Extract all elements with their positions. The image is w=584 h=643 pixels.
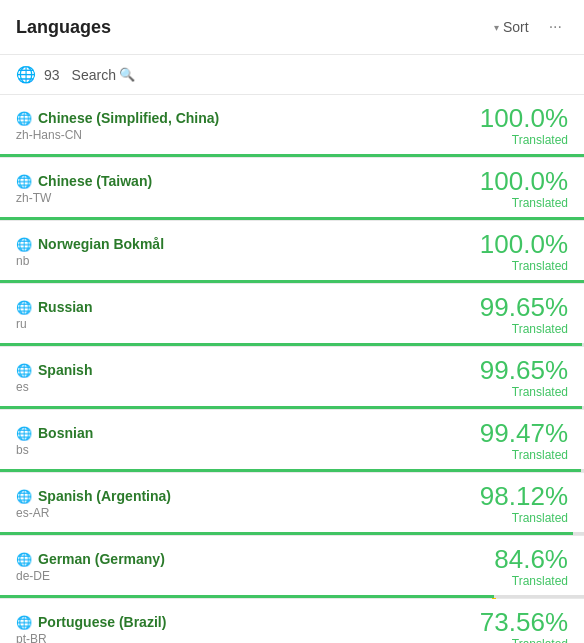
progress-bar-fill xyxy=(0,154,584,157)
language-item[interactable]: 🌐 Spanish (Argentina) es-AR 98.12% Trans… xyxy=(0,473,584,536)
lang-name: 🌐 German (Germany) xyxy=(16,551,165,567)
search-icon: 🔍 xyxy=(119,67,135,82)
more-button[interactable]: ··· xyxy=(543,14,568,40)
lang-globe-icon: 🌐 xyxy=(16,552,32,567)
language-item[interactable]: 🌐 Chinese (Taiwan) zh-TW 100.0% Translat… xyxy=(0,158,584,221)
lang-info: 🌐 Portuguese (Brazil) pt-BR xyxy=(16,614,166,643)
progress-bar-fill xyxy=(0,217,584,220)
search-bar: 🌐 93 Search 🔍 xyxy=(0,55,584,95)
progress-bar-container xyxy=(0,154,584,157)
lang-status: Translated xyxy=(512,385,568,399)
lang-globe-icon: 🌐 xyxy=(16,111,32,126)
lang-status: Translated xyxy=(512,574,568,588)
lang-globe-icon: 🌐 xyxy=(16,174,32,189)
lang-code: de-DE xyxy=(16,569,165,583)
lang-name: 🌐 Portuguese (Brazil) xyxy=(16,614,166,630)
lang-status: Translated xyxy=(512,196,568,210)
lang-stats: 99.65% Translated xyxy=(480,294,568,336)
lang-stats: 73.56% Translated xyxy=(480,609,568,643)
page-header: Languages ▾ Sort ··· xyxy=(0,0,584,55)
lang-code: es xyxy=(16,380,92,394)
lang-info: 🌐 Spanish es xyxy=(16,362,92,394)
progress-bar-container xyxy=(0,469,584,472)
lang-name: 🌐 Russian xyxy=(16,299,92,315)
lang-status: Translated xyxy=(512,259,568,273)
lang-name: 🌐 Spanish xyxy=(16,362,92,378)
language-item[interactable]: 🌐 Spanish es 99.65% Translated xyxy=(0,347,584,410)
lang-info: 🌐 Spanish (Argentina) es-AR xyxy=(16,488,171,520)
lang-globe-icon: 🌐 xyxy=(16,426,32,441)
lang-stats: 100.0% Translated xyxy=(480,168,568,210)
lang-status: Translated xyxy=(512,133,568,147)
lang-info: 🌐 Russian ru xyxy=(16,299,92,331)
lang-code: zh-TW xyxy=(16,191,152,205)
language-item[interactable]: 🌐 Chinese (Simplified, China) zh-Hans-CN… xyxy=(0,95,584,158)
lang-stats: 84.6% Translated xyxy=(494,546,568,588)
progress-bar-fill xyxy=(0,532,573,535)
lang-percent: 99.65% xyxy=(480,357,568,383)
language-item[interactable]: 🌐 Portuguese (Brazil) pt-BR 73.56% Trans… xyxy=(0,599,584,643)
lang-globe-icon: 🌐 xyxy=(16,237,32,252)
lang-name: 🌐 Chinese (Taiwan) xyxy=(16,173,152,189)
lang-name-text: Bosnian xyxy=(38,425,93,441)
lang-percent: 99.65% xyxy=(480,294,568,320)
progress-bar-container xyxy=(0,406,584,409)
lang-name: 🌐 Bosnian xyxy=(16,425,93,441)
lang-code: es-AR xyxy=(16,506,171,520)
language-item[interactable]: 🌐 Russian ru 99.65% Translated xyxy=(0,284,584,347)
lang-code: nb xyxy=(16,254,164,268)
progress-bar-fill xyxy=(0,343,582,346)
lang-info: 🌐 German (Germany) de-DE xyxy=(16,551,165,583)
lang-name-text: Norwegian Bokmål xyxy=(38,236,164,252)
lang-name-text: Chinese (Taiwan) xyxy=(38,173,152,189)
lang-status: Translated xyxy=(512,448,568,462)
lang-stats: 100.0% Translated xyxy=(480,231,568,273)
language-item[interactable]: 🌐 Bosnian bs 99.47% Translated xyxy=(0,410,584,473)
sort-button[interactable]: ▾ Sort xyxy=(488,15,535,39)
lang-percent: 73.56% xyxy=(480,609,568,635)
lang-info: 🌐 Chinese (Taiwan) zh-TW xyxy=(16,173,152,205)
chevron-icon: ▾ xyxy=(494,22,499,33)
lang-code: bs xyxy=(16,443,93,457)
lang-name-text: Spanish (Argentina) xyxy=(38,488,171,504)
progress-bar-container xyxy=(0,280,584,283)
progress-bar-fill xyxy=(0,469,581,472)
lang-globe-icon: 🌐 xyxy=(16,615,32,630)
lang-globe-icon: 🌐 xyxy=(16,363,32,378)
lang-stats: 98.12% Translated xyxy=(480,483,568,525)
lang-stats: 100.0% Translated xyxy=(480,105,568,147)
progress-bar-fill xyxy=(0,280,584,283)
lang-stats: 99.47% Translated xyxy=(480,420,568,462)
lang-status: Translated xyxy=(512,322,568,336)
language-item[interactable]: 🌐 German (Germany) de-DE 84.6% Translate… xyxy=(0,536,584,599)
lang-percent: 98.12% xyxy=(480,483,568,509)
lang-name-text: Portuguese (Brazil) xyxy=(38,614,166,630)
lang-code: ru xyxy=(16,317,92,331)
lang-name: 🌐 Norwegian Bokmål xyxy=(16,236,164,252)
search-label: Search xyxy=(72,67,116,83)
lang-globe-icon: 🌐 xyxy=(16,489,32,504)
lang-name-text: Chinese (Simplified, China) xyxy=(38,110,219,126)
lang-code: pt-BR xyxy=(16,632,166,643)
lang-stats: 99.65% Translated xyxy=(480,357,568,399)
lang-percent: 100.0% xyxy=(480,168,568,194)
lang-info: 🌐 Norwegian Bokmål nb xyxy=(16,236,164,268)
language-list: 🌐 Chinese (Simplified, China) zh-Hans-CN… xyxy=(0,95,584,643)
lang-percent: 84.6% xyxy=(494,546,568,572)
sort-label: Sort xyxy=(503,19,529,35)
lang-percent: 100.0% xyxy=(480,105,568,131)
lang-globe-icon: 🌐 xyxy=(16,300,32,315)
progress-bar-fill xyxy=(0,595,494,598)
lang-name: 🌐 Spanish (Argentina) xyxy=(16,488,171,504)
lang-name: 🌐 Chinese (Simplified, China) xyxy=(16,110,219,126)
language-count: 93 xyxy=(44,67,60,83)
lang-name-text: German (Germany) xyxy=(38,551,165,567)
globe-icon: 🌐 xyxy=(16,65,36,84)
lang-percent: 99.47% xyxy=(480,420,568,446)
search-link[interactable]: Search 🔍 xyxy=(72,67,135,83)
progress-bar-container xyxy=(0,217,584,220)
page-title: Languages xyxy=(16,17,111,38)
language-item[interactable]: 🌐 Norwegian Bokmål nb 100.0% Translated xyxy=(0,221,584,284)
more-icon: ··· xyxy=(549,18,562,35)
progress-bar-container xyxy=(0,532,584,535)
